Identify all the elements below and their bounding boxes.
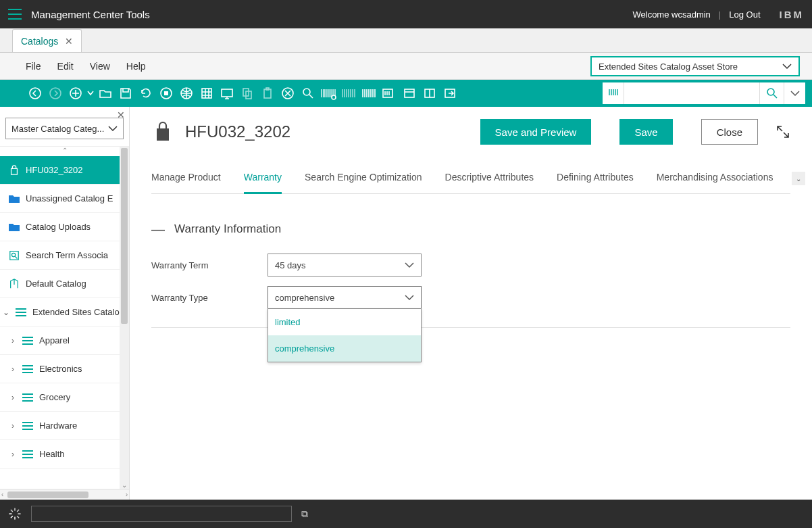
preview-icon[interactable] [218, 84, 236, 103]
new-icon[interactable] [66, 84, 85, 103]
scrollbar-thumb[interactable] [7, 491, 88, 498]
tab-merch-assoc[interactable]: Merchandising Associations [657, 172, 773, 193]
left-filter-select[interactable]: Master Catalog Categ... [5, 118, 124, 139]
search-icon[interactable] [759, 82, 784, 104]
barcode-tag-icon[interactable] [380, 84, 399, 103]
left-filter-value: Master Catalog Categ... [11, 124, 104, 134]
search-options-icon[interactable] [784, 82, 805, 104]
back-icon[interactable] [26, 84, 45, 103]
tree-item-search-assoc[interactable]: Search Term Associa [0, 241, 129, 270]
layout1-icon[interactable] [400, 84, 419, 103]
menu-edit[interactable]: Edit [57, 61, 74, 72]
scroll-left-icon[interactable]: ‹ [1, 491, 3, 498]
scroll-up-icon[interactable]: ⌃ [0, 147, 129, 154]
tab-descriptive-attrs[interactable]: Descriptive Attributes [445, 172, 534, 193]
save-button[interactable]: Save [619, 119, 672, 145]
main-panel: HFU032_3202 Save and Preview Save Close … [130, 107, 812, 500]
search-input[interactable] [624, 82, 759, 104]
svg-point-1 [50, 88, 61, 99]
logout-link[interactable]: Log Out [729, 9, 760, 20]
save-preview-button[interactable]: Save and Preview [480, 119, 592, 145]
scroll-down-icon[interactable]: ⌄ [120, 481, 129, 489]
tree-item-unassigned[interactable]: Unassigned Catalog E [0, 185, 129, 213]
expand-icon[interactable]: › [9, 393, 16, 402]
barcode-search-icon[interactable] [603, 82, 624, 104]
new-dd-icon[interactable] [86, 84, 95, 103]
delete-icon[interactable] [278, 84, 297, 103]
tree-label: Health [39, 449, 65, 459]
open-icon[interactable] [96, 84, 115, 103]
catalog-icon [15, 307, 27, 318]
tab-label: Catalogs [21, 36, 58, 47]
expand-icon[interactable]: › [9, 336, 16, 345]
tab-defining-attrs[interactable]: Defining Attributes [557, 172, 634, 193]
expand-icon[interactable]: › [9, 364, 16, 374]
tree: ⌃ HFU032_3202 Unassigned Catalog E Catal… [0, 146, 129, 489]
option-comprehensive[interactable]: comprehensive [268, 335, 421, 362]
tab-warranty[interactable]: Warranty [244, 172, 282, 194]
warranty-type-label: Warranty Type [151, 293, 268, 303]
product-tabs: Manage Product Warranty Search Engine Op… [151, 172, 790, 194]
tree-item-electronics[interactable]: › Electronics [0, 355, 129, 383]
bag-icon [8, 165, 20, 176]
tree-item-apparel[interactable]: › Apparel [0, 327, 129, 355]
collapse-section-icon[interactable]: — [151, 222, 165, 236]
expand-icon[interactable]: › [9, 450, 16, 459]
stop-icon[interactable] [157, 84, 176, 103]
spinner-icon [8, 507, 22, 521]
barcode3-icon[interactable] [359, 84, 378, 103]
layout2-icon[interactable] [420, 84, 439, 103]
save-icon[interactable] [116, 84, 135, 103]
store-selector[interactable]: Extended Sites Catalog Asset Store [590, 56, 800, 76]
menu-view[interactable]: View [90, 61, 110, 72]
refresh-icon[interactable] [136, 84, 155, 103]
tree-item-grocery[interactable]: › Grocery [0, 383, 129, 412]
copy-icon[interactable] [238, 84, 257, 103]
export-icon[interactable] [440, 84, 459, 103]
popout-icon[interactable]: ⧉ [301, 508, 308, 520]
globe-icon[interactable] [177, 84, 196, 103]
scrollbar-thumb[interactable] [121, 148, 128, 324]
fullscreen-icon[interactable] [776, 124, 790, 139]
tree-item-ext-sites[interactable]: ⌄ Extended Sites Catalo [0, 298, 129, 327]
tabs-overflow-icon[interactable]: ⌄ [792, 172, 805, 185]
paste-icon[interactable] [258, 84, 277, 103]
warranty-term-value: 45 days [275, 260, 306, 270]
close-button[interactable]: Close [701, 119, 758, 145]
warranty-term-select[interactable]: 45 days [268, 254, 422, 277]
tab-manage-product[interactable]: Manage Product [151, 172, 221, 193]
status-input[interactable] [31, 506, 292, 522]
close-icon[interactable]: ✕ [117, 110, 125, 120]
tree-item-hardware[interactable]: › Hardware [0, 412, 129, 440]
vertical-scrollbar[interactable]: ⌄ [120, 147, 129, 489]
svg-rect-10 [264, 89, 271, 98]
tab-seo[interactable]: Search Engine Optimization [305, 172, 422, 193]
collapse-icon[interactable]: ⌄ [3, 308, 9, 317]
form-row-term: Warranty Term 45 days [151, 254, 790, 277]
catalog-icon [22, 449, 34, 460]
expand-icon[interactable]: › [9, 421, 16, 431]
tree-item-health[interactable]: › Health [0, 440, 129, 469]
menu-help[interactable]: Help [126, 61, 146, 72]
option-limited[interactable]: limited [268, 309, 421, 335]
warranty-type-select[interactable]: comprehensive [268, 286, 422, 309]
tree-label: Electronics [39, 364, 82, 374]
horizontal-scrollbar[interactable]: ‹ › [0, 489, 129, 500]
tree-item-uploads[interactable]: Catalog Uploads [0, 213, 129, 241]
tree-item-product[interactable]: HFU032_3202 [0, 156, 129, 185]
tree-label: Hardware [39, 421, 77, 431]
svg-rect-15 [383, 89, 392, 97]
scroll-right-icon[interactable]: › [126, 491, 128, 498]
warranty-type-dropdown: limited comprehensive [268, 308, 422, 362]
catalog-icon [22, 392, 34, 403]
tree-item-default-cat[interactable]: Default Catalog [0, 270, 129, 298]
close-icon[interactable]: ✕ [65, 36, 73, 47]
menu-file[interactable]: File [26, 61, 41, 72]
tab-catalogs[interactable]: Catalogs ✕ [12, 29, 82, 52]
svg-rect-6 [202, 89, 211, 98]
barcode1-icon[interactable] [319, 84, 338, 103]
barcode2-icon[interactable] [339, 84, 358, 103]
find-icon[interactable] [299, 84, 318, 103]
grid-icon[interactable] [197, 84, 216, 103]
menu-icon[interactable] [8, 9, 22, 20]
